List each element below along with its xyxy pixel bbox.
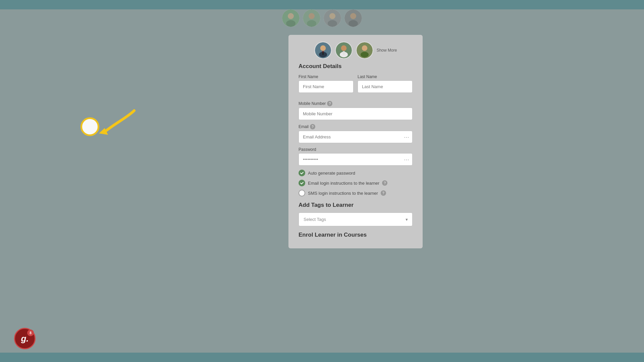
svg-point-23 [361, 52, 369, 58]
partial-avatar-2 [303, 9, 320, 27]
main-area: Show More Account Details First Name Las… [0, 28, 644, 248]
svg-point-7 [329, 13, 335, 19]
partial-avatar-1 [282, 9, 300, 27]
logo-badge[interactable]: g. 8 [14, 328, 36, 349]
password-options-icon[interactable]: ⋯ [404, 156, 409, 163]
avatar-3[interactable] [356, 42, 373, 59]
sms-login-label: SMS login instructions to the learner [308, 191, 378, 196]
svg-point-11 [348, 20, 358, 27]
auto-generate-label: Auto generate password [308, 171, 355, 176]
svg-point-2 [286, 20, 296, 27]
svg-point-22 [362, 45, 367, 51]
last-name-input[interactable] [358, 80, 413, 93]
form-container: Show More Account Details First Name Las… [288, 35, 423, 248]
email-help-icon[interactable]: ? [310, 124, 315, 129]
avatar-1[interactable] [314, 42, 332, 59]
bottom-bar [0, 353, 644, 362]
svg-point-18 [341, 45, 346, 51]
email-login-label: Email login instructions to the learner [308, 181, 379, 186]
last-name-label: Last Name [358, 74, 413, 79]
mobile-group: Mobile Number ? [299, 101, 413, 120]
tags-select[interactable]: Select Tags [299, 213, 413, 226]
first-name-group: First Name [299, 74, 354, 93]
email-options-icon[interactable]: ⋯ [404, 134, 409, 140]
email-label: Email ? [299, 124, 413, 129]
svg-point-5 [307, 20, 316, 27]
svg-point-13 [320, 45, 326, 51]
mobile-help-icon[interactable]: ? [327, 101, 332, 106]
sms-login-row: SMS login instructions to the learner ? [299, 190, 413, 196]
partial-avatar-4 [344, 9, 362, 27]
show-more-button[interactable]: Show More [377, 48, 397, 53]
name-row: First Name Last Name [299, 74, 413, 97]
mobile-label: Mobile Number ? [299, 101, 413, 106]
tags-select-wrapper: Select Tags [299, 213, 413, 226]
sms-login-help-icon[interactable]: ? [381, 190, 386, 196]
auto-generate-row: Auto generate password [299, 170, 413, 176]
partial-avatar-row [0, 9, 644, 27]
email-login-checkbox[interactable] [299, 180, 305, 186]
email-input-wrapper: ⋯ [299, 131, 413, 143]
svg-rect-20 [343, 51, 345, 55]
svg-point-10 [350, 13, 356, 19]
top-bar [0, 0, 644, 9]
logo-badge-count: 8 [27, 329, 34, 336]
email-group: Email ? ⋯ [299, 124, 413, 143]
svg-point-4 [309, 13, 315, 19]
partial-avatar-3 [324, 9, 341, 27]
email-input[interactable] [299, 131, 413, 143]
tags-section-title: Add Tags to Learner [299, 202, 413, 208]
avatar-2[interactable] [335, 42, 353, 59]
auto-generate-checkbox[interactable] [299, 170, 305, 176]
password-label: Password [299, 147, 413, 152]
password-group: Password ⋯ [299, 147, 413, 166]
password-input-wrapper: ⋯ [299, 153, 413, 166]
mobile-input[interactable] [299, 108, 413, 120]
avatar-row: Show More [299, 42, 413, 59]
account-details-title: Account Details [299, 63, 413, 70]
last-name-group: Last Name [358, 74, 413, 93]
sms-login-checkbox[interactable] [299, 190, 305, 196]
logo-letter: g. [21, 334, 29, 344]
password-input[interactable] [299, 153, 413, 166]
first-name-label: First Name [299, 74, 354, 79]
email-login-help-icon[interactable]: ? [382, 180, 387, 186]
svg-point-1 [288, 13, 294, 19]
email-login-row: Email login instructions to the learner … [299, 180, 413, 186]
enrol-section-title: Enrol Learner in Courses [299, 232, 413, 238]
first-name-input[interactable] [299, 80, 354, 93]
svg-point-8 [328, 20, 337, 27]
